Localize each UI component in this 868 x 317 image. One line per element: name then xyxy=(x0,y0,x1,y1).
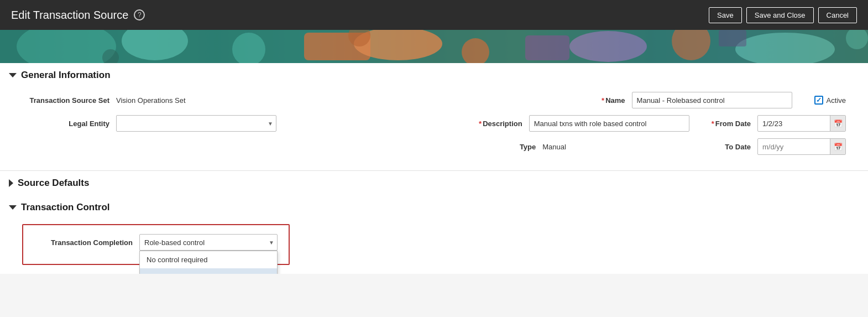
svg-point-1 xyxy=(17,30,116,63)
transaction-source-set-label: Transaction Source Set xyxy=(22,96,116,105)
from-date-calendar-button[interactable]: 📅 xyxy=(830,116,845,131)
active-field: ✓ Active xyxy=(814,96,846,105)
from-date-input[interactable] xyxy=(758,117,830,131)
legal-entity-label: Legal Entity xyxy=(22,119,116,128)
transaction-control-box: Transaction Completion Role-based contro… xyxy=(22,224,290,265)
save-button[interactable]: Save xyxy=(709,7,742,23)
source-defaults-expand-icon xyxy=(9,179,13,187)
general-info-title: General Information xyxy=(21,70,111,81)
to-date-label: To Date xyxy=(725,143,757,151)
transaction-completion-label: Transaction Completion xyxy=(34,238,139,247)
save-close-button[interactable]: Save and Close xyxy=(746,7,814,23)
help-icon[interactable]: ? xyxy=(134,9,145,20)
row-legal-desc-fromdate: Legal Entity ▼ * Description * From Date… xyxy=(22,115,846,132)
description-label: Description xyxy=(483,119,522,128)
page-title: Edit Transaction Source ? xyxy=(11,9,145,22)
name-label: Name xyxy=(605,96,625,105)
main-content: General Information Transaction Source S… xyxy=(0,63,868,274)
to-date-wrapper: 📅 xyxy=(757,138,846,155)
dropdown-item-no-control[interactable]: No control required xyxy=(140,251,277,268)
legal-entity-select[interactable] xyxy=(116,115,276,132)
title-text: Edit Transaction Source xyxy=(11,9,128,22)
checkbox-checkmark: ✓ xyxy=(816,96,822,104)
active-checkbox[interactable]: ✓ xyxy=(814,96,823,105)
general-info-section-header[interactable]: General Information xyxy=(0,63,868,87)
source-defaults-section: Source Defaults xyxy=(0,170,868,195)
transaction-source-set-value: Vision Operations Set xyxy=(116,96,186,105)
from-date-wrapper: 📅 xyxy=(757,115,846,132)
from-date-field: * From Date 📅 xyxy=(712,115,846,132)
transaction-completion-row: Transaction Completion Role-based contro… xyxy=(34,234,278,251)
to-date-field: To Date 📅 xyxy=(725,138,846,155)
transaction-control-section: Transaction Control Transaction Completi… xyxy=(0,195,868,274)
page-header: Edit Transaction Source ? Save Save and … xyxy=(0,0,868,30)
header-actions: Save Save and Close Cancel xyxy=(709,7,857,23)
row-source-set-name: Transaction Source Set Vision Operations… xyxy=(22,92,846,108)
transaction-control-collapse-icon xyxy=(9,205,17,210)
to-date-input[interactable] xyxy=(758,140,830,154)
from-date-required-star: * xyxy=(712,119,714,128)
name-input[interactable] xyxy=(632,92,792,108)
transaction-control-header[interactable]: Transaction Control xyxy=(0,195,868,220)
svg-rect-14 xyxy=(719,30,746,46)
to-date-calendar-button[interactable]: 📅 xyxy=(830,139,845,154)
transaction-completion-dropdown-container: Role-based control ▼ No control required… xyxy=(139,234,278,251)
source-defaults-title: Source Defaults xyxy=(18,178,89,189)
general-info-form: Transaction Source Set Vision Operations… xyxy=(0,87,868,170)
banner-image xyxy=(0,30,868,63)
source-defaults-header[interactable]: Source Defaults xyxy=(0,171,868,195)
active-label: Active xyxy=(827,96,846,105)
transaction-control-title: Transaction Control xyxy=(21,202,110,213)
description-input[interactable] xyxy=(529,115,689,132)
legal-entity-select-wrapper: ▼ xyxy=(116,115,276,132)
transaction-completion-select[interactable]: Role-based control xyxy=(139,234,278,251)
type-label: Type xyxy=(520,143,536,151)
svg-rect-7 xyxy=(525,35,569,60)
from-date-label: From Date xyxy=(715,119,757,128)
dropdown-item-role-based[interactable]: Role-based control xyxy=(140,268,277,274)
row-type-todate: Legal Entity Type Manual To Date 📅 xyxy=(22,138,846,155)
general-info-collapse-icon xyxy=(9,73,17,77)
transaction-control-form: Transaction Completion Role-based contro… xyxy=(0,220,868,274)
type-value: Manual xyxy=(542,143,703,151)
desc-required-star: * xyxy=(479,119,482,128)
cancel-button[interactable]: Cancel xyxy=(818,7,857,23)
svg-point-8 xyxy=(569,31,647,62)
transaction-completion-menu: No control required Role-based control U… xyxy=(139,251,278,274)
name-required-star: * xyxy=(602,96,604,105)
